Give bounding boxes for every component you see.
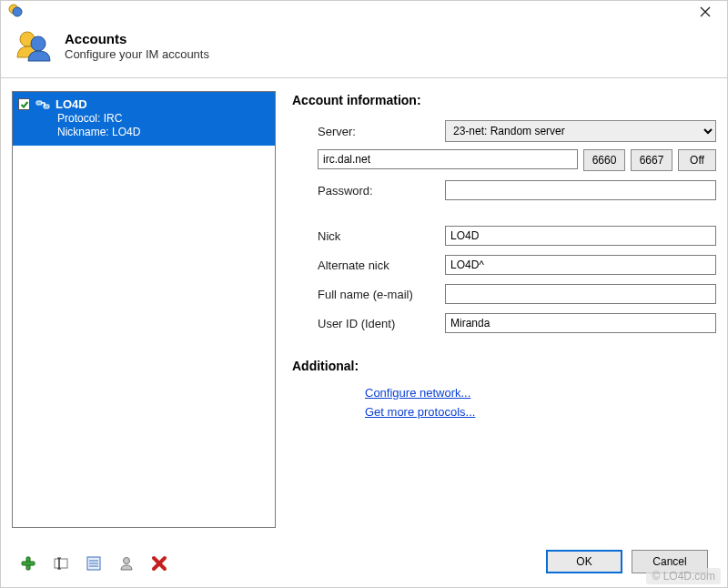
- ok-button[interactable]: OK: [546, 550, 622, 573]
- password-label: Password:: [318, 184, 436, 198]
- svg-point-5: [31, 36, 46, 51]
- account-name: LO4D: [56, 97, 140, 111]
- svg-point-18: [124, 558, 130, 564]
- account-nickname: Nickname: LO4D: [56, 126, 140, 138]
- page-subtitle: Configure your IM accounts: [65, 47, 209, 61]
- server-select[interactable]: 23-net: Random server: [445, 120, 716, 142]
- configure-network-link[interactable]: Configure network...: [365, 386, 470, 400]
- altnick-input[interactable]: [445, 255, 716, 275]
- altnick-label: Alternate nick: [318, 259, 436, 272]
- svg-rect-9: [22, 562, 35, 565]
- accounts-icon: [14, 26, 52, 65]
- port2-button[interactable]: 6667: [631, 149, 672, 171]
- account-checkbox[interactable]: [18, 98, 30, 110]
- account-item[interactable]: LO4D Protocol: IRC Nickname: LO4D: [13, 92, 275, 146]
- password-input[interactable]: [445, 180, 716, 200]
- user-icon[interactable]: [118, 555, 135, 572]
- watermark: © LO4D.com: [646, 568, 721, 584]
- section-account-info: Account information:: [292, 93, 716, 107]
- server-host-input[interactable]: [318, 149, 578, 169]
- server-label: Server:: [318, 125, 436, 138]
- rename-icon[interactable]: [53, 555, 69, 572]
- userid-input[interactable]: [445, 313, 716, 333]
- plus-icon[interactable]: [20, 555, 36, 572]
- svg-rect-10: [55, 559, 67, 568]
- accounts-list[interactable]: LO4D Protocol: IRC Nickname: LO4D: [12, 91, 276, 528]
- account-protocol: Protocol: IRC: [56, 112, 140, 125]
- accounts-toolbar: [20, 555, 167, 572]
- delete-icon[interactable]: [151, 555, 167, 572]
- userid-label: User ID (Ident): [318, 317, 436, 330]
- app-icon: [8, 4, 23, 21]
- close-button[interactable]: [694, 6, 716, 23]
- fullname-label: Full name (e-mail): [318, 288, 436, 301]
- protocol-icon: [35, 97, 50, 112]
- ssl-off-button[interactable]: Off: [678, 149, 716, 171]
- header: Accounts Configure your IM accounts: [1, 21, 727, 77]
- options-icon[interactable]: [86, 555, 102, 572]
- svg-point-1: [13, 7, 22, 16]
- page-title: Accounts: [65, 31, 209, 46]
- fullname-input[interactable]: [445, 284, 716, 304]
- nick-label: Nick: [318, 229, 436, 243]
- section-additional: Additional:: [292, 359, 716, 373]
- nick-input[interactable]: [445, 226, 716, 246]
- port1-button[interactable]: 6660: [583, 149, 625, 171]
- get-protocols-link[interactable]: Get more protocols...: [365, 405, 475, 419]
